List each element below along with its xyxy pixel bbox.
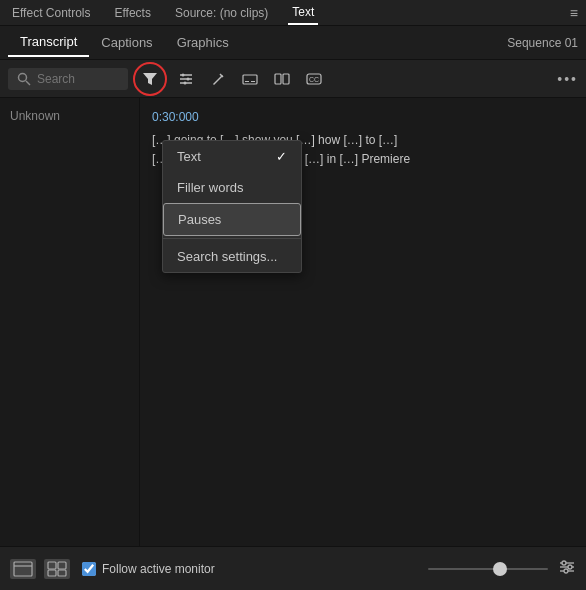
tab-row: Transcript Captions Graphics Sequence 01 (0, 26, 586, 60)
filter-icon (142, 71, 158, 87)
dropdown-item-text-label: Text (177, 149, 201, 164)
dropdown-item-search-settings[interactable]: Search settings... (163, 241, 301, 272)
slider-area (223, 558, 576, 580)
svg-point-6 (182, 73, 185, 76)
search-icon (16, 71, 32, 87)
tab-transcript[interactable]: Transcript (8, 28, 89, 57)
svg-rect-17 (14, 562, 32, 576)
tab-effect-controls[interactable]: Effect Controls (8, 2, 94, 24)
scene-icon (274, 71, 290, 87)
dropdown-item-search-settings-label: Search settings... (177, 249, 277, 264)
bottom-settings-icon[interactable] (558, 558, 576, 580)
tab-captions[interactable]: Captions (89, 29, 164, 56)
caption-track-icon (242, 71, 258, 87)
tab-graphics[interactable]: Graphics (165, 29, 241, 56)
speaker-column: Unknown (0, 98, 140, 546)
svg-text:CC: CC (309, 76, 319, 83)
dropdown-item-text[interactable]: Text ✓ (163, 141, 301, 172)
timestamp: 0:30:000 (152, 108, 574, 127)
cc-button[interactable]: CC (300, 65, 328, 93)
tab-text[interactable]: Text (288, 1, 318, 25)
content-area: Unknown 0:30:000 […] going to […] show y… (0, 98, 586, 546)
dropdown-menu: Text ✓ Filler words Pauses Search settin… (162, 140, 302, 273)
svg-rect-19 (48, 562, 56, 569)
filter-button-wrapper[interactable] (132, 61, 168, 97)
svg-point-7 (187, 77, 190, 80)
dropdown-item-filler[interactable]: Filler words (163, 172, 301, 203)
cc-icon: CC (306, 71, 322, 87)
filter-button[interactable] (136, 65, 164, 93)
slider-thumb[interactable] (493, 562, 507, 576)
bottom-icon-1[interactable] (10, 559, 36, 579)
pen-tool-button[interactable] (204, 65, 232, 93)
dropdown-divider (163, 238, 301, 239)
dropdown-item-pauses[interactable]: Pauses (163, 203, 301, 236)
toolbar: CC ••• (0, 60, 586, 98)
svg-rect-20 (58, 562, 66, 569)
bottom-icon-2[interactable] (44, 559, 70, 579)
top-bar: Effect Controls Effects Source: (no clip… (0, 0, 586, 26)
tab-source[interactable]: Source: (no clips) (171, 2, 272, 24)
svg-rect-12 (251, 81, 255, 82)
svg-point-28 (564, 569, 568, 573)
svg-point-26 (562, 561, 566, 565)
svg-rect-21 (48, 570, 56, 576)
settings-sliders-button[interactable] (172, 65, 200, 93)
svg-rect-14 (283, 74, 289, 84)
pen-icon (210, 71, 226, 87)
clip-icon (13, 561, 33, 577)
svg-line-1 (26, 81, 30, 85)
follow-monitor-label: Follow active monitor (102, 562, 215, 576)
search-input[interactable] (37, 72, 117, 86)
caption-track-button[interactable] (236, 65, 264, 93)
slider-track[interactable] (428, 568, 548, 570)
search-box[interactable] (8, 68, 128, 90)
svg-point-8 (184, 81, 187, 84)
speaker-label: Unknown (10, 109, 60, 123)
hamburger-menu-icon[interactable]: ≡ (570, 5, 578, 21)
settings-sliders-bottom-icon (558, 558, 576, 576)
follow-monitor-checkbox[interactable] (82, 562, 96, 576)
svg-rect-13 (275, 74, 281, 84)
bottom-bar: Follow active monitor (0, 546, 586, 590)
sequence-label: Sequence 01 (507, 36, 578, 50)
svg-point-0 (19, 73, 27, 81)
grid-icon (47, 561, 67, 577)
checkmark-icon: ✓ (276, 149, 287, 164)
follow-monitor-wrapper: Follow active monitor (82, 562, 215, 576)
svg-rect-11 (245, 81, 249, 82)
dropdown-item-pauses-label: Pauses (178, 212, 221, 227)
more-options-button[interactable]: ••• (557, 71, 578, 87)
dropdown-item-filler-label: Filler words (177, 180, 243, 195)
scene-button[interactable] (268, 65, 296, 93)
svg-rect-10 (243, 75, 257, 84)
tab-effects[interactable]: Effects (110, 2, 154, 24)
svg-marker-2 (143, 73, 157, 85)
sliders-icon (178, 71, 194, 87)
svg-rect-22 (58, 570, 66, 576)
svg-point-27 (568, 565, 572, 569)
